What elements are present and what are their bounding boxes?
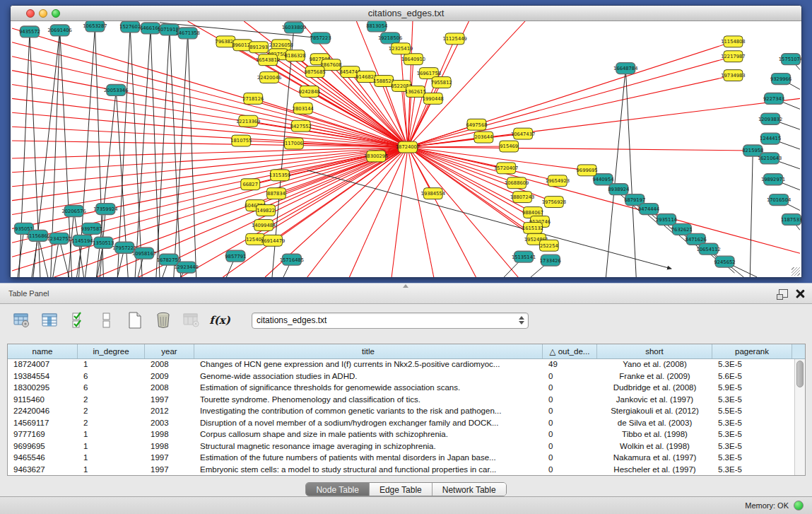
graph-node-label: 19384554 [421, 191, 445, 197]
graph-edge[interactable] [32, 235, 38, 277]
graph-node-label: 1315359 [269, 173, 290, 178]
graph-edge[interactable] [408, 147, 558, 181]
graph-node-label: 10958167 [132, 251, 156, 257]
table-cell: 0 [543, 406, 597, 418]
graph-edge[interactable] [408, 147, 434, 277]
graph-node-label: 8427552 [290, 124, 312, 129]
function-builder-button[interactable]: f(x) [211, 311, 229, 329]
graph-node-label: 9857791 [225, 254, 246, 259]
graph-node-label: 1187533 [781, 217, 801, 223]
graph-node-label: 1990448 [423, 96, 444, 102]
graph-node-label: 18300295 [364, 153, 388, 159]
table-row[interactable]: 1830029562008Estimation of significance … [8, 382, 805, 395]
table-cell: 0 [543, 371, 597, 383]
float-panel-icon[interactable] [779, 289, 788, 298]
graph-edge[interactable] [174, 33, 188, 277]
graph-node-label: 8471626 [686, 237, 707, 243]
graph-edge[interactable] [12, 42, 408, 147]
column-header-short[interactable]: short [597, 344, 712, 358]
table-row[interactable]: 911546021997Tourette syndrome. Phenomeno… [8, 395, 805, 407]
graph-edge[interactable] [408, 57, 733, 147]
graph-node-label: 9884067 [522, 210, 543, 216]
table-row[interactable]: 1938455462009Genome-wide association stu… [8, 371, 805, 383]
column-header-in_degree[interactable]: in_degree [78, 344, 145, 358]
network-graph[interactable]: 9435572206914061065328715276026466160107… [11, 21, 801, 277]
graph-edge[interactable] [625, 69, 636, 277]
panel-grip-icon[interactable] [403, 284, 408, 288]
column-header-pagerank[interactable]: pagerank [712, 344, 792, 358]
table-row[interactable]: 1872400712008Changes of HCN gene express… [8, 359, 805, 371]
table-cell: Structural magnetic resonance image aver… [194, 441, 543, 453]
graph-node-label: 14671358 [176, 30, 200, 36]
select-column-button[interactable] [41, 311, 59, 329]
select-all-rows-button[interactable] [69, 311, 88, 329]
graph-edge[interactable] [12, 98, 408, 147]
graph-edge[interactable] [188, 33, 196, 277]
table-selector-value: citations_edges.txt [257, 315, 326, 325]
table-cell: 9463627 [8, 465, 78, 476]
table-settings-button[interactable] [13, 311, 31, 329]
graph-node-label: 14099484 [252, 223, 276, 228]
tab-node-table[interactable]: Node Table [306, 483, 370, 496]
tab-edge-table[interactable]: Edge Table [370, 483, 433, 496]
table-vertical-scrollbar[interactable] [794, 359, 805, 475]
table-cell: 2 [78, 395, 145, 407]
table-cell: 1997 [145, 452, 194, 465]
graph-edge[interactable] [130, 27, 142, 277]
column-header-year[interactable]: year [145, 344, 194, 358]
graph-node-label: 2935114 [656, 217, 677, 223]
table-panel-titlebar[interactable]: Table Panel [0, 283, 812, 304]
window-resize-grip[interactable] [792, 267, 800, 276]
graph-node-label: 9875685 [305, 69, 326, 75]
table-cell: de Silva et al. (2003) [597, 418, 712, 430]
table-row[interactable]: 2242004622012Investigating the contribut… [8, 406, 805, 418]
graph-node-label: 9329966 [770, 76, 792, 82]
graph-edge[interactable] [253, 98, 408, 147]
close-panel-icon[interactable] [795, 288, 805, 298]
table-cell: 0 [543, 382, 597, 395]
graph-node-label: 15716485 [280, 257, 304, 263]
scrollbar-thumb[interactable] [796, 361, 804, 387]
network-canvas[interactable]: 9435572206914061065328715276026466160107… [11, 21, 801, 277]
unselect-rows-button[interactable] [98, 311, 116, 329]
column-header-out_de[interactable]: △ out_de... [543, 344, 597, 358]
table-row[interactable]: 946554611997Estimation of the future num… [8, 452, 805, 465]
graph-node-label: 17957222 [112, 245, 136, 251]
table-cell: 14569117 [8, 418, 78, 430]
graph-edge[interactable] [408, 147, 800, 253]
graph-edge[interactable] [408, 76, 733, 147]
table-row[interactable]: 977716911998Corpus callosum shape and si… [8, 429, 805, 441]
column-header-title[interactable]: title [194, 344, 543, 358]
graph-edge[interactable] [349, 147, 408, 277]
graph-edge[interactable] [606, 69, 625, 277]
graph-edge[interactable] [750, 151, 753, 277]
window-title: citations_edges.txt [11, 8, 801, 18]
delete-table-button[interactable] [154, 311, 172, 329]
graph-node-label: 16543812 [256, 57, 280, 63]
graph-node-label: 23226058 [269, 42, 293, 48]
import-table-disabled-button [182, 311, 201, 329]
table-row[interactable]: 1456911722003Disruption of a novel membe… [8, 418, 805, 430]
graph-edge[interactable] [19, 32, 30, 277]
table-selector-dropdown[interactable]: citations_edges.txt [252, 313, 529, 329]
graph-edge[interactable] [268, 60, 408, 147]
table-cell: Estimation of the future numbers of pati… [194, 452, 543, 465]
column-header-name[interactable]: name [8, 344, 78, 358]
tab-network-table[interactable]: Network Table [433, 483, 506, 496]
function-builder-label: f(x) [209, 314, 230, 327]
table-row[interactable]: 969969511998Structural magnetic resonanc… [8, 441, 805, 453]
graph-edge[interactable] [117, 27, 130, 277]
graph-edge[interactable] [156, 30, 170, 277]
table-cell: Tourette syndrome. Phenomenology and cla… [194, 395, 543, 407]
table-cell: 9115460 [8, 395, 78, 407]
graph-edge[interactable] [408, 147, 753, 151]
table-row[interactable]: 946362711997Embryonic stem cells: a mode… [8, 465, 805, 476]
new-table-button[interactable] [126, 311, 144, 329]
graph-edge[interactable] [392, 147, 408, 277]
graph-node-label: 1615132 [522, 226, 543, 231]
table-cell: 1 [78, 429, 145, 441]
window-titlebar[interactable]: citations_edges.txt [11, 6, 801, 21]
table-cell: 5.6E-5 [712, 371, 792, 383]
table-cell: 1997 [145, 395, 194, 407]
memory-status-indicator [794, 501, 804, 510]
